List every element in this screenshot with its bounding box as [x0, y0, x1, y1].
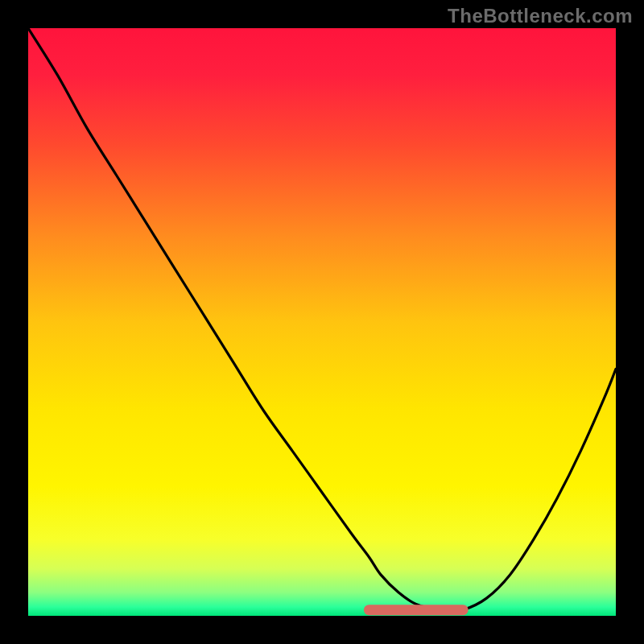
chart-frame: TheBottleneck.com: [0, 0, 644, 644]
curve-layer: [28, 28, 616, 616]
watermark-text: TheBottleneck.com: [448, 5, 633, 27]
bottleneck-curve: [28, 28, 616, 611]
plot-area: [28, 28, 616, 616]
